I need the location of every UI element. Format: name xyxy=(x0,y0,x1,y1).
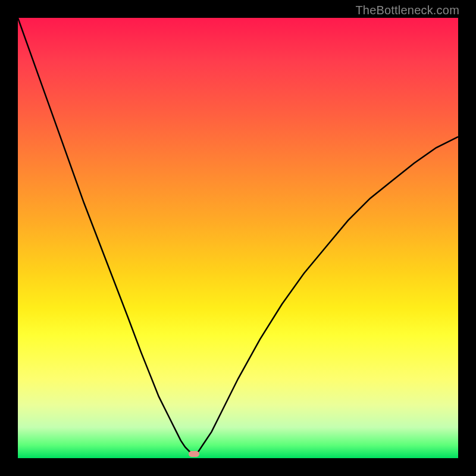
bottleneck-curve xyxy=(18,18,458,454)
chart-svg xyxy=(18,18,458,458)
watermark-text: TheBottleneck.com xyxy=(355,4,459,17)
minimum-marker xyxy=(189,451,199,457)
